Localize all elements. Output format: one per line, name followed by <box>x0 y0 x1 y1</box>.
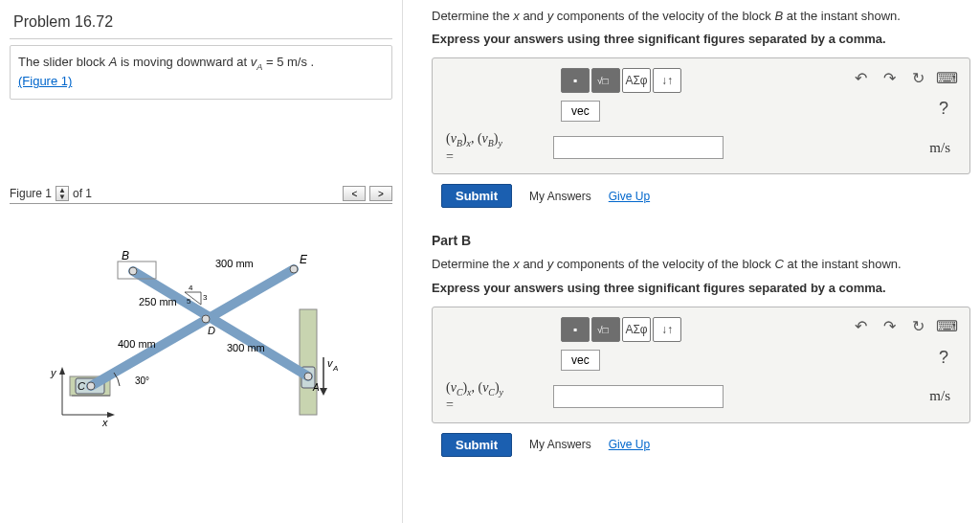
figure-link[interactable]: (Figure 1) <box>18 74 72 88</box>
arrows-button-b[interactable]: ↓↑ <box>653 317 681 342</box>
lbl-5: 5 <box>187 297 191 306</box>
help-icon[interactable]: ? <box>939 99 948 119</box>
lbl-x: x <box>101 417 108 428</box>
partb-express: Express your answers using three signifi… <box>432 280 970 297</box>
mechanism-diagram: B E C D A v A 300 mm 250 mm 400 mm 300 m… <box>43 223 359 453</box>
lbl-a: A <box>312 382 320 393</box>
spinner-up-icon[interactable]: ▲▼ <box>56 187 68 200</box>
svg-point-11 <box>304 373 312 380</box>
problem-title: Problem 16.72 <box>10 8 392 39</box>
svg-point-8 <box>129 267 137 275</box>
figure-header: Figure 1 ▲▼ of 1 < > <box>10 186 392 205</box>
reset-icon[interactable]: ↻ <box>908 68 927 87</box>
keyboard-icon-b[interactable]: ⌨ <box>937 317 956 336</box>
undo-icon[interactable]: ↶ <box>851 68 870 87</box>
partb-title: Part B <box>432 233 970 248</box>
svg-marker-17 <box>107 412 115 418</box>
problem-description: The slider block A is moving downward at… <box>10 45 392 100</box>
undo-icon-b[interactable]: ↶ <box>851 317 870 336</box>
lbl-b: B <box>122 249 129 262</box>
lbl-250: 250 mm <box>139 296 177 307</box>
partb-myanswers: My Answers <box>529 438 591 451</box>
svg-line-6 <box>133 271 308 376</box>
partb-submit-button[interactable]: Submit <box>441 433 512 457</box>
figure-label: Figure 1 <box>10 187 52 200</box>
parta-answer-input[interactable] <box>553 136 724 159</box>
reset-icon-b[interactable]: ↻ <box>908 317 927 336</box>
help-icon-b[interactable]: ? <box>939 348 948 368</box>
parta-submit-button[interactable]: Submit <box>441 184 512 208</box>
vec-button-b[interactable]: vec <box>561 350 600 371</box>
lbl-300b: 300 mm <box>227 342 265 353</box>
redo-icon[interactable]: ↷ <box>880 68 899 87</box>
template-icon-b[interactable]: ▪ <box>561 317 590 342</box>
template-icon[interactable]: ▪ <box>561 68 590 93</box>
svg-rect-3 <box>300 309 317 415</box>
lbl-3: 3 <box>203 293 208 302</box>
svg-marker-18 <box>59 367 65 375</box>
greek-button-b[interactable]: ΑΣφ <box>622 317 651 342</box>
figure-area: B E C D A v A 300 mm 250 mm 400 mm 300 m… <box>10 204 392 472</box>
lbl-400: 400 mm <box>118 338 156 350</box>
vec-button[interactable]: vec <box>561 101 600 122</box>
redo-icon-b[interactable]: ↷ <box>880 317 899 336</box>
lbl-4: 4 <box>189 284 193 292</box>
desc-text2: is moving downward at <box>117 55 250 69</box>
lbl-e: E <box>300 253 308 266</box>
parta-panel: ▪ √□ ΑΣφ ↓↑ ↶ ↷ ↻ ⌨ vec ? (vB)x, (vB)y= <box>432 57 970 174</box>
figure-spinner[interactable]: ▲▼ <box>56 186 69 201</box>
partb-unit: m/s <box>929 388 956 404</box>
parta-myanswers: My Answers <box>529 190 591 203</box>
partb-answer-input[interactable] <box>553 385 724 408</box>
parta-unit: m/s <box>929 140 956 156</box>
partb-instruction: Determine the x and y components of the … <box>432 256 970 273</box>
lbl-y: y <box>50 367 57 378</box>
svg-point-9 <box>202 315 210 323</box>
svg-text:√□: √□ <box>597 325 609 335</box>
desc-val: = 5 m/s <box>262 55 307 69</box>
parta-eq-label: (vB)x, (vB)y= <box>446 131 553 164</box>
lbl-va-sub: A <box>332 364 338 373</box>
svg-point-10 <box>290 265 298 273</box>
svg-marker-14 <box>320 388 327 396</box>
lbl-c: C <box>78 380 85 392</box>
lbl-ang: 30° <box>135 375 149 386</box>
desc-text: The slider block <box>18 55 109 69</box>
desc-end: . <box>307 55 314 69</box>
partb-panel: ▪ √□ ΑΣφ ↓↑ ↶ ↷ ↻ ⌨ vec ? (vC)x, (vC)y= <box>432 307 970 423</box>
fraction-root-icon[interactable]: √□ <box>591 68 620 93</box>
partb-eq-label: (vC)x, (vC)y= <box>446 380 553 413</box>
figure-prev-button[interactable]: < <box>343 186 366 201</box>
keyboard-icon[interactable]: ⌨ <box>937 68 956 87</box>
arrows-button[interactable]: ↓↑ <box>653 68 681 93</box>
fraction-root-icon-b[interactable]: √□ <box>591 317 620 342</box>
svg-point-7 <box>87 382 95 390</box>
svg-text:√□: √□ <box>597 76 609 86</box>
parta-giveup-link[interactable]: Give Up <box>609 190 650 203</box>
figure-next-button[interactable]: > <box>369 186 392 201</box>
greek-button[interactable]: ΑΣφ <box>622 68 651 93</box>
parta-express: Express your answers using three signifi… <box>432 31 970 48</box>
partb-giveup-link[interactable]: Give Up <box>609 438 650 451</box>
lbl-300a: 300 mm <box>215 258 254 269</box>
lbl-d: D <box>208 325 215 336</box>
parta-instruction: Determine the x and y components of the … <box>432 8 970 25</box>
figure-of: of 1 <box>73 187 92 200</box>
